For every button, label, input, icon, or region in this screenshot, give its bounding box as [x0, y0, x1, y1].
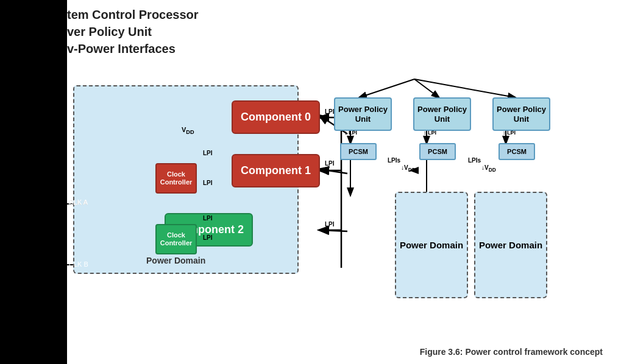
lpi-label-4: LPI — [203, 234, 213, 241]
lpi-ppu1: ↕ LPI — [344, 130, 357, 136]
title-line1: tem Control Processor — [67, 6, 323, 23]
lpi-label-2: LPI — [203, 180, 213, 186]
pcsm3-label: PCSM — [507, 148, 527, 155]
svg-line-19 — [320, 230, 347, 231]
title-line3: v-Power Interfaces — [67, 40, 323, 57]
component-0-box: Component 0 — [232, 100, 320, 134]
clk-a-label-white: CLK A — [69, 198, 88, 206]
component-1-box: Component 1 — [232, 154, 320, 187]
pcsm-box-3: PCSM — [499, 143, 535, 160]
pcsm2-label: PCSM — [428, 148, 447, 155]
ppu-box-1: Power Policy Unit — [334, 97, 392, 131]
lpi-ppu2: ↕ LPI — [424, 130, 436, 136]
svg-line-1 — [414, 79, 439, 97]
vdd-right-2: ↓VDD — [481, 164, 496, 173]
lpi-ppu3: ↕ LPI — [503, 130, 516, 136]
main-power-domain-label: Power Domain — [146, 256, 205, 265]
ppu-box-3: Power Policy Unit — [492, 97, 550, 131]
pcsm-box-2: PCSM — [419, 143, 456, 160]
lpi-right-2: LPI — [325, 160, 335, 167]
comp1-label: Component 1 — [241, 164, 311, 177]
rpd2-label: Power Domain — [479, 240, 542, 250]
lpis-right: LPIs — [468, 157, 481, 164]
ppu-box-2: Power Policy Unit — [413, 97, 471, 131]
vdd-right-1: ↓VDD — [401, 164, 416, 173]
ppu1-label: Power Policy Unit — [335, 105, 391, 124]
figure-caption: Figure 3.6: Power control framework conc… — [420, 347, 603, 357]
vdd-label: VDD — [182, 126, 194, 135]
clock-controller-1-box: Clock Controller — [155, 163, 197, 194]
clock-controller-2-box: Clock Controller — [155, 224, 197, 254]
pcsm-box-1: PCSM — [340, 143, 377, 160]
title-line2: ver Policy Unit — [67, 23, 323, 40]
ppu3-label: Power Policy Unit — [494, 105, 549, 124]
comp0-label: Component 0 — [241, 111, 311, 124]
clk2-label: Clock Controller — [157, 231, 196, 247]
lpi-label-1: LPI — [203, 150, 213, 156]
lpi-label-3: LPI — [203, 215, 213, 222]
rpd1-label: Power Domain — [400, 240, 463, 250]
ppu2-label: Power Policy Unit — [414, 105, 470, 124]
right-power-domain-1: Power Domain — [395, 192, 468, 298]
lpi-right-1: LPI — [325, 108, 335, 115]
svg-line-18 — [320, 169, 347, 173]
right-power-domain-2: Power Domain — [474, 192, 547, 298]
title-area: tem Control Processor ver Policy Unit v-… — [67, 6, 323, 57]
pcsm1-label: PCSM — [349, 148, 368, 155]
lpi-right-3: LPI — [325, 221, 335, 228]
lpis-left: LPIs — [388, 157, 400, 164]
svg-line-2 — [414, 79, 515, 97]
left-panel — [0, 0, 67, 364]
svg-line-0 — [360, 79, 414, 97]
clk-b-label: CLK B — [69, 261, 88, 268]
clk1-label: Clock Controller — [157, 170, 196, 186]
